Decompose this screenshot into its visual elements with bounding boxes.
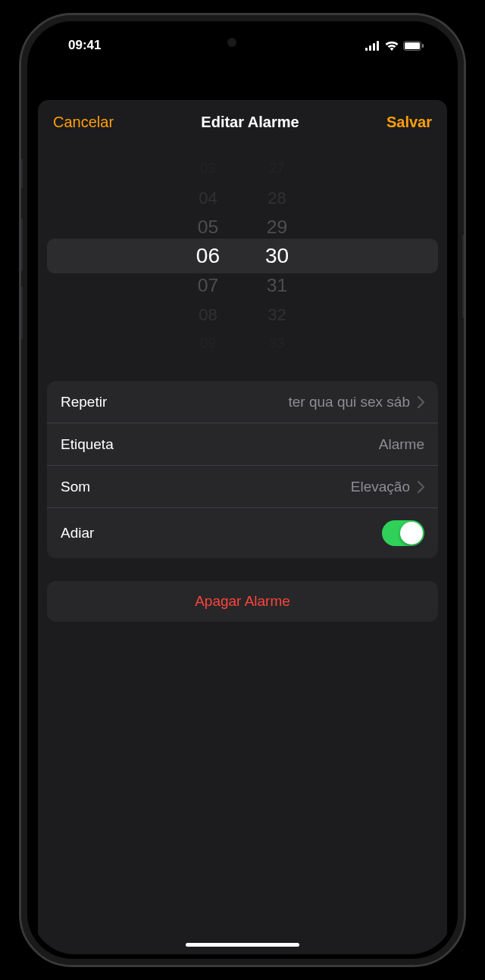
hour-option[interactable]: 05: [198, 213, 218, 241]
status-icons: [365, 41, 430, 51]
tag-label: Etiqueta: [61, 436, 379, 453]
svg-rect-0: [365, 48, 368, 51]
minute-picker[interactable]: 27 28 29 30 31 32 33: [265, 154, 289, 358]
minute-option[interactable]: 33: [269, 333, 284, 354]
repeat-value: ter qua qui sex sáb: [288, 394, 410, 410]
hour-option[interactable]: 04: [199, 185, 217, 210]
volume-down-button: [20, 286, 23, 339]
svg-rect-1: [369, 45, 371, 51]
hour-option[interactable]: 07: [198, 271, 218, 299]
repeat-row[interactable]: Repetir ter qua qui sex sáb: [47, 381, 438, 423]
svg-rect-3: [377, 41, 379, 51]
toggle-knob: [400, 522, 423, 545]
time-picker[interactable]: 03 04 05 06 07 08 09 27 28 29 30 31: [38, 154, 447, 358]
front-camera: [227, 38, 236, 47]
battery-icon: [403, 41, 424, 51]
minute-option[interactable]: 27: [269, 158, 284, 179]
svg-rect-5: [405, 42, 420, 49]
save-button[interactable]: Salvar: [386, 114, 432, 131]
settings-group: Repetir ter qua qui sex sáb Etiqueta Ala…: [47, 381, 438, 558]
sound-row[interactable]: Som Elevação: [47, 466, 438, 508]
hour-option-selected[interactable]: 06: [196, 242, 220, 271]
screen: 09:41 Cancelar Editar Alarme Salvar: [32, 26, 453, 954]
edit-alarm-modal: Cancelar Editar Alarme Salvar 03 04 05 0…: [38, 100, 447, 954]
svg-rect-6: [422, 44, 424, 48]
sound-label: Som: [61, 479, 351, 495]
delete-alarm-button[interactable]: Apagar Alarme: [47, 581, 438, 622]
hour-option[interactable]: 08: [199, 302, 217, 327]
snooze-row: Adiar: [47, 508, 438, 558]
hour-picker[interactable]: 03 04 05 06 07 08 09: [196, 154, 220, 358]
snooze-toggle[interactable]: [382, 520, 424, 546]
svg-rect-2: [373, 43, 375, 51]
sound-value: Elevação: [351, 479, 410, 495]
home-indicator[interactable]: [186, 943, 299, 947]
minute-option[interactable]: 29: [267, 213, 287, 241]
chevron-right-icon: [418, 396, 424, 408]
chevron-right-icon: [418, 481, 424, 493]
minute-option[interactable]: 28: [268, 185, 286, 210]
notch: [177, 26, 309, 52]
repeat-label: Repetir: [61, 394, 288, 410]
snooze-label: Adiar: [61, 525, 382, 541]
wifi-icon: [385, 41, 399, 51]
tag-row[interactable]: Etiqueta Alarme: [47, 423, 438, 466]
cellular-signal-icon: [365, 41, 380, 51]
power-button: [462, 235, 465, 318]
hour-option[interactable]: 09: [200, 333, 215, 354]
minute-option-selected[interactable]: 30: [265, 242, 289, 271]
mute-switch: [20, 159, 23, 188]
minute-option[interactable]: 32: [268, 302, 286, 327]
modal-header: Cancelar Editar Alarme Salvar: [38, 100, 447, 145]
modal-title: Editar Alarme: [201, 114, 299, 131]
minute-option[interactable]: 31: [267, 271, 287, 299]
volume-up-button: [20, 218, 23, 271]
cancel-button[interactable]: Cancelar: [53, 114, 114, 131]
hour-option[interactable]: 03: [200, 158, 215, 179]
phone-frame: 09:41 Cancelar Editar Alarme Salvar: [19, 13, 466, 967]
tag-value: Alarme: [379, 436, 424, 453]
